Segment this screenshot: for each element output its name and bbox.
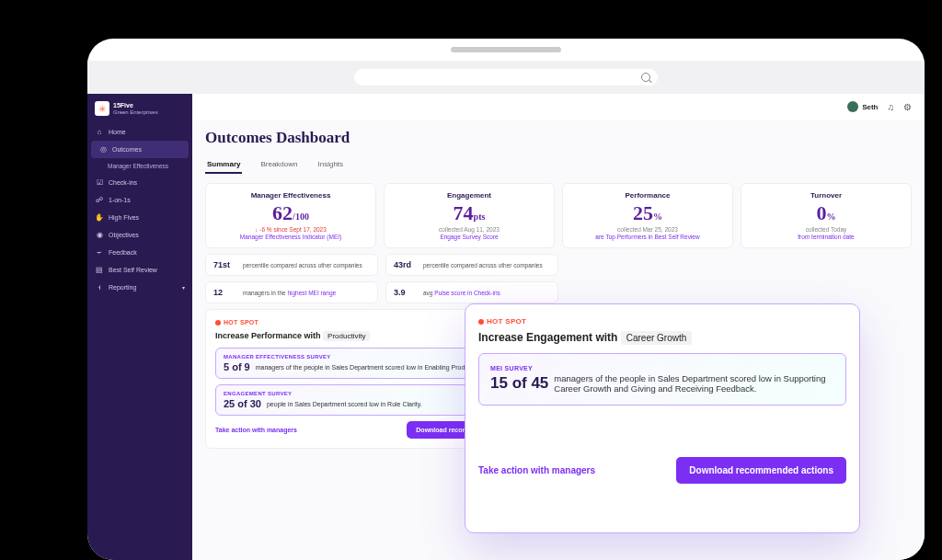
bars-icon: ⫞ bbox=[95, 283, 104, 291]
tab-summary[interactable]: Summary bbox=[205, 156, 242, 174]
mini-spacer bbox=[566, 254, 912, 303]
bell-icon[interactable]: ♫ bbox=[888, 102, 895, 112]
nav-reporting[interactable]: ⫞Reporting▾ bbox=[87, 279, 192, 296]
survey-text: managers of the people in Sales Departme… bbox=[554, 373, 834, 394]
mini-col-mei: 71stpercentile compared across other com… bbox=[205, 254, 378, 303]
nav-label: 1-on-1s bbox=[109, 197, 131, 203]
mini-stat: 3.9 bbox=[394, 288, 418, 297]
card-link[interactable]: from termination date bbox=[751, 234, 902, 240]
card-value: 0% bbox=[751, 203, 902, 223]
hotspot-dot-icon bbox=[215, 320, 221, 326]
card-value: 62/100 bbox=[215, 203, 366, 223]
brand-logo-icon: ✳ bbox=[95, 101, 109, 116]
mini-text: percentile compared across other compani… bbox=[243, 262, 362, 269]
nav-label: Objectives bbox=[109, 232, 139, 238]
download-actions-button[interactable]: Download recommended actions bbox=[676, 457, 846, 484]
card-performance[interactable]: Performance 25% collected Mar 25, 2023 a… bbox=[562, 183, 733, 248]
nav-checkins[interactable]: ☑Check-ins bbox=[87, 174, 192, 191]
take-action-link[interactable]: Take action with managers bbox=[478, 465, 595, 475]
nav-label: Check-ins bbox=[109, 179, 137, 186]
survey-tag: MEI SURVEY bbox=[490, 365, 834, 371]
card-title: Manager Effectiveness bbox=[215, 191, 366, 200]
tab-insights[interactable]: Insights bbox=[316, 156, 346, 174]
survey-ratio: 15 of 45 bbox=[490, 374, 548, 393]
home-icon: ⌂ bbox=[95, 128, 104, 136]
user-menu[interactable]: Seth bbox=[847, 101, 878, 112]
card-sub: collected Mar 25, 2023 bbox=[572, 226, 723, 233]
survey-box-mei: MEI SURVEY 15 of 45managers of the peopl… bbox=[478, 353, 846, 406]
value-number: 74 bbox=[454, 201, 474, 224]
tab-breakdown[interactable]: Breakdown bbox=[258, 156, 299, 174]
card-mei[interactable]: Manager Effectiveness 62/100 ↓ -6 % sinc… bbox=[205, 183, 376, 248]
value-number: 25 bbox=[633, 201, 653, 224]
take-action-link[interactable]: Take action with managers bbox=[215, 427, 297, 433]
card-value: 74pts bbox=[394, 203, 545, 223]
hotspot-dot-icon bbox=[478, 319, 484, 325]
nav-home[interactable]: ⌂Home bbox=[87, 123, 192, 141]
mini-stats: 71stpercentile compared across other com… bbox=[205, 254, 912, 303]
hotspot-title-prefix: Increase Performance with bbox=[215, 331, 323, 340]
bullseye-icon: ◉ bbox=[95, 231, 104, 239]
card-link[interactable]: are Top Performers in Best Self Review bbox=[572, 234, 723, 240]
nav-label: Reporting bbox=[109, 284, 136, 291]
hotspot-title: Increase Engagement with Career Growth bbox=[478, 331, 846, 344]
people-icon: ☍ bbox=[95, 196, 104, 204]
speaker-pill bbox=[451, 47, 561, 52]
brand-org: Green Enterprises bbox=[113, 109, 158, 116]
clipboard-icon: ▤ bbox=[95, 266, 104, 274]
page-title: Outcomes Dashboard bbox=[205, 129, 912, 147]
device-notch bbox=[87, 39, 925, 61]
mini-mei-managers: 12managers in the highest MEI range bbox=[205, 281, 378, 303]
mini-stat: 43rd bbox=[394, 260, 418, 269]
nav-outcomes-sub[interactable]: Manager Effectiveness bbox=[87, 158, 192, 174]
topbar: Seth ♫ ⚙ bbox=[192, 94, 925, 120]
nav-objectives[interactable]: ◉Objectives bbox=[87, 226, 192, 244]
card-title: Performance bbox=[572, 191, 723, 200]
card-title: Engagement bbox=[394, 191, 545, 200]
nav-bestself[interactable]: ▤Best Self Review bbox=[87, 261, 192, 279]
avatar bbox=[847, 101, 858, 112]
mini-stat: 71st bbox=[213, 260, 237, 269]
nav-label: Manager Effectiveness bbox=[108, 163, 168, 169]
nav-label: High Fives bbox=[109, 214, 139, 221]
target-icon: ◎ bbox=[98, 145, 108, 154]
value-unit: % bbox=[827, 211, 836, 222]
hotspot-chip[interactable]: Career Growth bbox=[621, 331, 693, 345]
nav-1on1s[interactable]: ☍1-on-1s bbox=[87, 191, 192, 209]
tabs: Summary Breakdown Insights bbox=[205, 156, 912, 174]
nav-outcomes[interactable]: ◎Outcomes bbox=[91, 141, 189, 158]
card-sub: collected Aug 11, 2023 bbox=[394, 226, 545, 233]
card-link[interactable]: Engage Survey Score bbox=[394, 234, 545, 240]
survey-text: people in Sales Department scored low in… bbox=[267, 401, 422, 407]
mini-col-eng: 43rdpercentile compared across other com… bbox=[385, 254, 558, 303]
brand-name: 15Five bbox=[113, 102, 158, 109]
card-engagement[interactable]: Engagement 74pts collected Aug 11, 2023 … bbox=[384, 183, 555, 248]
hotspot-chip[interactable]: Productivity bbox=[323, 331, 370, 341]
card-title: Turnover bbox=[751, 191, 902, 200]
hand-icon: ✋ bbox=[95, 213, 104, 222]
nav-label: Outcomes bbox=[112, 146, 142, 153]
card-sub: collected Today bbox=[751, 226, 902, 233]
card-delta: ↓ -6 % since Sept 17, 2023 bbox=[215, 226, 366, 233]
mini-eng-percentile: 43rdpercentile compared across other com… bbox=[385, 254, 558, 276]
nav-highfives[interactable]: ✋High Fives bbox=[87, 209, 192, 226]
card-link[interactable]: Manager Effectiveness Indicator (MEI) bbox=[215, 234, 366, 240]
url-input[interactable] bbox=[354, 69, 658, 86]
gear-icon[interactable]: ⚙ bbox=[903, 102, 912, 112]
search-icon bbox=[641, 73, 650, 82]
chart-icon: ⫟ bbox=[95, 248, 104, 257]
value-unit: /100 bbox=[293, 211, 309, 222]
nav-feedback[interactable]: ⫟Feedback bbox=[87, 244, 192, 261]
card-value: 25% bbox=[572, 203, 723, 223]
hotspot-engagement-overlay: HOT SPOT Increase Engagement with Career… bbox=[465, 303, 860, 533]
mini-text: avg Pulse score in Check-ins bbox=[423, 290, 500, 296]
hotspot-label-text: HOT SPOT bbox=[224, 319, 258, 326]
brand[interactable]: ✳ 15Five Green Enterprises bbox=[87, 101, 192, 123]
mini-link[interactable]: highest MEI range bbox=[287, 290, 336, 296]
chevron-down-icon: ▾ bbox=[182, 284, 185, 291]
value-unit: % bbox=[653, 211, 662, 222]
mini-stat: 12 bbox=[213, 288, 237, 297]
survey-ratio: 25 of 30 bbox=[224, 398, 261, 409]
card-turnover[interactable]: Turnover 0% collected Today from termina… bbox=[741, 183, 912, 248]
mini-link[interactable]: Pulse score in Check-ins bbox=[434, 290, 500, 296]
